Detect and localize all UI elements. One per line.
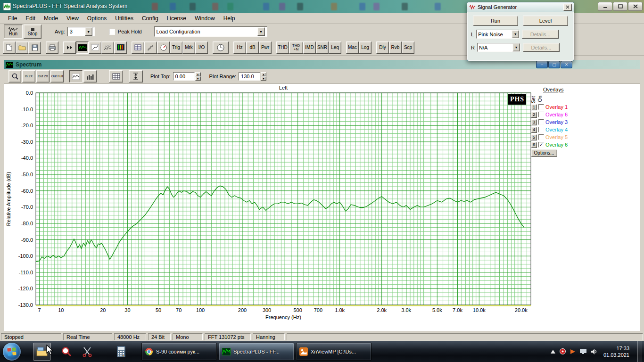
chevron-down-icon[interactable]: ▼ bbox=[512, 30, 519, 38]
spectrum-close-button[interactable]: ✕ bbox=[561, 61, 572, 68]
overlay-checkbox[interactable] bbox=[538, 112, 544, 117]
spinner-down-icon[interactable]: ▼ bbox=[195, 76, 201, 81]
overlay-set-button[interactable]: 5 bbox=[531, 134, 537, 140]
print-button[interactable] bbox=[46, 41, 58, 54]
scp-button[interactable]: Scp bbox=[402, 41, 414, 54]
overlays-options-button[interactable]: Options... bbox=[531, 149, 557, 157]
zoom-in-2x-button[interactable]: In 2X bbox=[22, 70, 35, 82]
io-button[interactable]: I/O bbox=[195, 41, 208, 54]
spectrum-display-button[interactable] bbox=[76, 41, 89, 54]
overlay-set-button[interactable]: 6 bbox=[531, 142, 537, 148]
thd-button[interactable]: THD bbox=[276, 41, 289, 54]
db-button[interactable]: dB bbox=[246, 41, 259, 54]
plot-range-spinner[interactable]: ▲▼ bbox=[261, 72, 266, 81]
left-signal-select[interactable]: Pink Noise ▼ bbox=[476, 30, 520, 39]
hz-button[interactable]: Hz bbox=[233, 41, 246, 54]
mac-button[interactable]: Mac bbox=[346, 41, 359, 54]
dly-button[interactable]: Dly bbox=[376, 41, 389, 54]
taskbar-window-chrome[interactable]: S-90 своими рук... bbox=[141, 343, 217, 361]
save-button[interactable] bbox=[28, 41, 41, 54]
close-button[interactable] bbox=[628, 2, 643, 11]
spinner-up-icon[interactable]: ▲ bbox=[195, 72, 201, 76]
taskbar-pin-snipping-tool[interactable] bbox=[78, 343, 96, 361]
taskbar-window-spectraplus[interactable]: SpectraPLUS - FF... bbox=[219, 343, 294, 361]
zoom-button[interactable] bbox=[8, 70, 21, 82]
pwr-button[interactable]: Pwr bbox=[259, 41, 272, 54]
tray-play-icon[interactable] bbox=[570, 349, 576, 354]
show-hidden-icons-icon[interactable] bbox=[551, 350, 555, 354]
tray-network-icon[interactable] bbox=[580, 349, 586, 354]
zoom-out-full-button[interactable]: Out Full bbox=[50, 70, 64, 82]
spectrum-maximize-button[interactable]: ▢ bbox=[548, 61, 560, 68]
overlay-set-button[interactable]: 4 bbox=[531, 127, 537, 133]
spinner-down-icon[interactable]: ▼ bbox=[261, 76, 266, 81]
mrk-button[interactable]: Mrk bbox=[182, 41, 195, 54]
overlay-checkbox-checked[interactable]: ✓ bbox=[538, 142, 544, 148]
menu-license[interactable]: License bbox=[163, 14, 190, 23]
menu-edit[interactable]: Edit bbox=[21, 14, 40, 23]
left-details-button[interactable]: Details... bbox=[522, 30, 559, 39]
spinner-up-icon[interactable]: ▲ bbox=[261, 72, 266, 76]
right-signal-select[interactable]: N/A ▼ bbox=[477, 43, 520, 52]
load-configuration-select[interactable]: Load Configuration ▼ bbox=[154, 26, 267, 37]
generator-level-button[interactable]: Level bbox=[523, 16, 568, 26]
menu-window[interactable]: Window bbox=[190, 14, 219, 23]
overlay-checkbox[interactable] bbox=[538, 119, 544, 125]
overlay-checkbox[interactable] bbox=[538, 104, 544, 110]
taskbar-pin-search[interactable] bbox=[58, 343, 75, 361]
overlay-set-button[interactable]: 1 bbox=[531, 104, 537, 110]
open-file-button[interactable] bbox=[16, 41, 28, 54]
menu-utilities[interactable]: Utilities bbox=[111, 14, 138, 23]
stop-button[interactable]: Stop bbox=[24, 25, 41, 39]
plot-top-spinner[interactable]: ▲▼ bbox=[195, 72, 201, 81]
waterfall-display-button[interactable] bbox=[101, 41, 114, 54]
menu-file[interactable]: File bbox=[4, 14, 21, 23]
leq-button[interactable]: Leq bbox=[329, 41, 341, 54]
taskbar-clock[interactable]: 17:33 01.03.2021 bbox=[603, 345, 629, 358]
menu-mode[interactable]: Mode bbox=[40, 14, 62, 23]
timer-button[interactable] bbox=[213, 41, 229, 54]
signal-generator-close-icon[interactable] bbox=[563, 4, 572, 11]
right-details-button[interactable]: Details... bbox=[523, 43, 560, 52]
vertical-scale-button[interactable] bbox=[129, 70, 143, 82]
bar-plot-button[interactable] bbox=[83, 70, 97, 82]
grid-options-button[interactable] bbox=[109, 70, 123, 82]
overlay-checkbox[interactable] bbox=[538, 127, 544, 132]
menu-view[interactable]: View bbox=[62, 14, 83, 23]
tray-red-app-icon[interactable] bbox=[560, 348, 566, 354]
zoom-out-2x-button[interactable]: Out 2X bbox=[36, 70, 50, 82]
show-desktop-button[interactable] bbox=[637, 341, 642, 362]
plot-top-input[interactable]: 0.00 bbox=[173, 72, 195, 81]
overlay-set-button[interactable]: 3 bbox=[531, 119, 537, 125]
new-file-button[interactable] bbox=[3, 41, 16, 54]
taskbar-window-xnviewmp[interactable]: XnViewMP [C:\Us... bbox=[296, 343, 372, 361]
phase-meter-button[interactable] bbox=[157, 41, 170, 54]
minimize-button[interactable] bbox=[598, 2, 612, 11]
step-plot-button[interactable] bbox=[144, 41, 157, 54]
plot-range-input[interactable]: 130.0 bbox=[239, 72, 260, 81]
imd-button[interactable]: IMD bbox=[303, 41, 316, 54]
slope-display-button[interactable] bbox=[89, 41, 101, 54]
thdn-button[interactable]: THD +N bbox=[289, 41, 303, 54]
table-view-button[interactable] bbox=[132, 41, 144, 54]
fast-forward-button[interactable] bbox=[63, 41, 76, 54]
taskbar-pin-calculator[interactable] bbox=[112, 343, 130, 361]
trig-button[interactable]: Trig bbox=[170, 41, 182, 54]
spectrum-minimize-button[interactable]: – bbox=[536, 61, 548, 68]
tray-volume-icon[interactable] bbox=[591, 349, 597, 354]
chevron-down-icon[interactable]: ▼ bbox=[512, 43, 520, 51]
spectrogram-display-button[interactable] bbox=[114, 41, 127, 54]
generator-run-button[interactable]: Run bbox=[473, 16, 518, 26]
maximize-button[interactable] bbox=[613, 2, 627, 11]
menu-help[interactable]: Help bbox=[219, 14, 239, 23]
rvb-button[interactable]: Rvb bbox=[389, 41, 402, 54]
overlay-checkbox[interactable] bbox=[538, 134, 544, 140]
chevron-down-icon[interactable]: ▼ bbox=[85, 27, 92, 36]
log-button[interactable]: Log bbox=[359, 41, 372, 54]
run-button[interactable]: Run bbox=[4, 25, 23, 39]
start-button[interactable] bbox=[3, 343, 21, 361]
menu-config[interactable]: Config bbox=[138, 14, 163, 23]
overlay-set-button[interactable]: 2 bbox=[531, 112, 537, 118]
menu-options[interactable]: Options bbox=[83, 14, 111, 23]
chevron-down-icon[interactable]: ▼ bbox=[257, 27, 265, 36]
